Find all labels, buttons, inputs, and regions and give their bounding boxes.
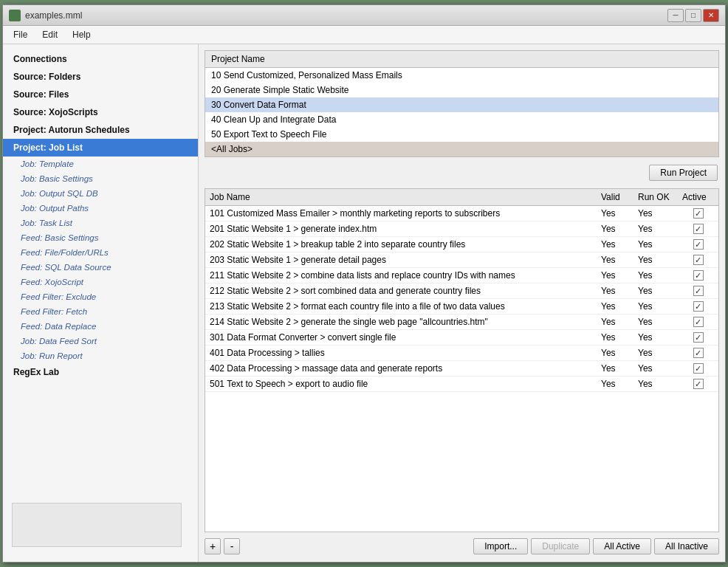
close-button[interactable]: ✕ <box>703 9 719 22</box>
main-content: Connections Source: Folders Source: File… <box>3 44 725 562</box>
sidebar-sub-job-basic-settings[interactable]: Job: Basic Settings <box>3 171 198 186</box>
job-table-col-valid: Valid <box>597 189 633 206</box>
job-table-row[interactable]: 501 Text to Speech > export to audio fil… <box>205 377 718 392</box>
active-checkbox[interactable] <box>693 301 704 312</box>
job-table-row[interactable]: 214 Static Website 2 > generate the sing… <box>205 315 718 330</box>
sidebar-sub-feed-file-folder-urls[interactable]: Feed: File/Folder/URLs <box>3 245 198 260</box>
project-table-row[interactable]: <All Jobs> <box>205 142 718 157</box>
sidebar-sub-feed-xojoscript[interactable]: Feed: XojoScript <box>3 275 198 289</box>
right-content: Project Name 10 Send Customized, Persona… <box>199 44 725 562</box>
project-table-row[interactable]: 30 Convert Data Format <box>205 97 718 112</box>
job-table-row[interactable]: 213 Static Website 2 > format each count… <box>205 299 718 315</box>
sidebar-bottom <box>3 494 198 556</box>
job-table-col-runok: Run OK <box>633 189 678 206</box>
window-title: examples.mml <box>25 10 82 21</box>
active-checkbox[interactable] <box>693 332 704 343</box>
sidebar-item-regex-lab[interactable]: RegEx Lab <box>3 363 198 381</box>
sidebar-sub-job-template[interactable]: Job: Template <box>3 157 198 171</box>
sidebar-item-project-joblist[interactable]: Project: Job List <box>3 139 198 157</box>
sidebar-sub-job-output-paths[interactable]: Job: Output Paths <box>3 201 198 216</box>
sidebar-sub-job-task-list[interactable]: Job: Task List <box>3 216 198 230</box>
active-checkbox[interactable] <box>693 255 704 265</box>
menu-help[interactable]: Help <box>65 27 98 42</box>
title-bar-left: examples.mml <box>9 10 82 21</box>
job-table-row[interactable]: 402 Data Processing > massage data and g… <box>205 361 718 377</box>
maximize-button[interactable]: □ <box>685 9 701 22</box>
sidebar-footer-box <box>12 503 182 547</box>
sidebar-sub-feed-filter-fetch[interactable]: Feed Filter: Fetch <box>3 304 198 319</box>
active-checkbox[interactable] <box>693 363 704 374</box>
project-table-row[interactable]: 50 Export Text to Speech File <box>205 127 718 142</box>
project-table-header: Project Name <box>205 51 718 68</box>
add-job-button[interactable]: + <box>205 538 221 554</box>
sidebar: Connections Source: Folders Source: File… <box>3 44 199 562</box>
job-table-row[interactable]: 101 Customized Mass Emailer > monthly ma… <box>205 206 718 221</box>
job-table-row[interactable]: 203 Static Website 1 > generate detail p… <box>205 252 718 268</box>
all-active-button[interactable]: All Active <box>593 538 651 554</box>
menu-bar: File Edit Help <box>3 26 725 44</box>
job-table-row[interactable]: 212 Static Website 2 > sort combined dat… <box>205 284 718 299</box>
active-checkbox[interactable] <box>693 224 704 234</box>
sidebar-item-source-folders[interactable]: Source: Folders <box>3 68 198 86</box>
project-table-row[interactable]: 40 Clean Up and Integrate Data <box>205 112 718 127</box>
sidebar-sub-job-run-report[interactable]: Job: Run Report <box>3 348 198 363</box>
duplicate-button[interactable]: Duplicate <box>531 538 590 554</box>
sidebar-sub-job-data-feed-sort[interactable]: Job: Data Feed Sort <box>3 334 198 348</box>
job-table-row[interactable]: 201 Static Website 1 > generate index.ht… <box>205 221 718 237</box>
job-table-row[interactable]: 401 Data Processing > talliesYesYes <box>205 346 718 361</box>
project-table: Project Name 10 Send Customized, Persona… <box>205 51 718 157</box>
run-project-button[interactable]: Run Project <box>649 165 718 181</box>
job-table: Job Name Valid Run OK Active 101 Customi… <box>205 189 718 392</box>
active-checkbox[interactable] <box>693 208 704 219</box>
active-checkbox[interactable] <box>693 270 704 281</box>
active-checkbox[interactable] <box>693 286 704 296</box>
sidebar-sub-job-output-sql-db[interactable]: Job: Output SQL DB <box>3 186 198 201</box>
project-table-row[interactable]: 20 Generate Simple Static Website <box>205 83 718 97</box>
remove-job-button[interactable]: - <box>224 538 240 554</box>
job-table-row[interactable]: 211 Static Website 2 > combine data list… <box>205 268 718 284</box>
minimize-button[interactable]: ─ <box>667 9 684 22</box>
project-table-container: Project Name 10 Send Customized, Persona… <box>205 50 719 157</box>
menu-edit[interactable]: Edit <box>35 27 65 42</box>
sidebar-sub-feed-basic-settings[interactable]: Feed: Basic Settings <box>3 230 198 245</box>
job-table-col-name: Job Name <box>205 189 597 206</box>
sidebar-item-connections[interactable]: Connections <box>3 50 198 68</box>
import-button[interactable]: Import... <box>473 538 528 554</box>
sidebar-item-source-files[interactable]: Source: Files <box>3 86 198 103</box>
job-table-col-active: Active <box>678 189 718 206</box>
sidebar-item-project-autorun[interactable]: Project: Autorun Schedules <box>3 121 198 139</box>
sidebar-item-source-xojoscripts[interactable]: Source: XojoScripts <box>3 103 198 121</box>
menu-file[interactable]: File <box>6 27 35 42</box>
sidebar-sub-feed-data-replace[interactable]: Feed: Data Replace <box>3 319 198 334</box>
main-window: examples.mml ─ □ ✕ File Edit Help Connec… <box>2 4 726 563</box>
job-table-row[interactable]: 301 Data Format Converter > convert sing… <box>205 330 718 346</box>
job-table-container: Job Name Valid Run OK Active 101 Customi… <box>205 188 719 532</box>
app-icon <box>9 10 21 21</box>
run-project-row: Run Project <box>205 162 719 184</box>
project-table-row[interactable]: 10 Send Customized, Personalized Mass Em… <box>205 68 718 83</box>
title-bar-buttons: ─ □ ✕ <box>667 9 719 22</box>
active-checkbox[interactable] <box>693 379 704 389</box>
all-inactive-button[interactable]: All Inactive <box>654 538 719 554</box>
active-checkbox[interactable] <box>693 317 704 327</box>
job-table-row[interactable]: 202 Static Website 1 > breakup table 2 i… <box>205 237 718 252</box>
sidebar-sub-feed-filter-exclude[interactable]: Feed Filter: Exclude <box>3 289 198 304</box>
sidebar-sub-feed-sql-data-source[interactable]: Feed: SQL Data Source <box>3 260 198 275</box>
active-checkbox[interactable] <box>693 348 704 358</box>
active-checkbox[interactable] <box>693 239 704 250</box>
bottom-toolbar: + - Import... Duplicate All Active All I… <box>205 537 719 556</box>
title-bar: examples.mml ─ □ ✕ <box>3 5 725 26</box>
